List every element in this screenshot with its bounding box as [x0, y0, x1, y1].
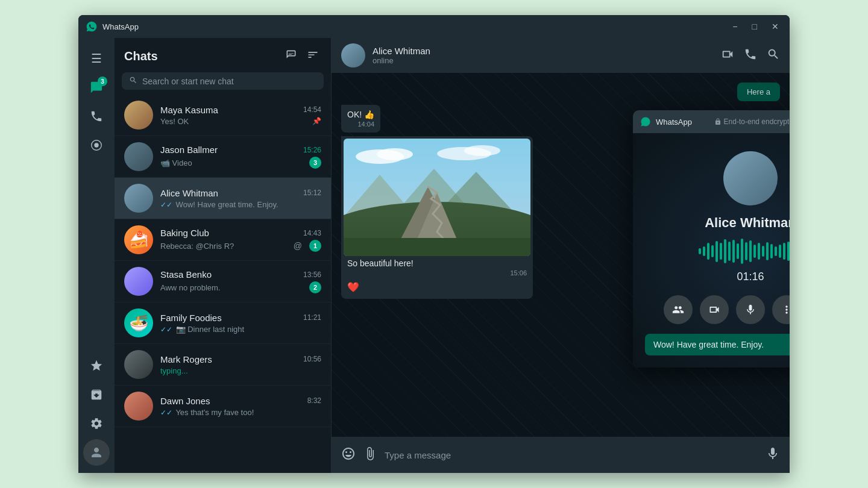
chat-header: Alice Whitman online — [332, 38, 790, 73]
chat-info-alice: Alice Whitman 15:12 ✓✓ Wow! Have great t… — [160, 188, 321, 209]
lock-icon — [714, 118, 722, 125]
avatar-family: 🍜 — [124, 308, 153, 337]
chat-name-stasa: Stasa Benko — [160, 269, 212, 280]
waveform — [699, 239, 790, 263]
maximize-button[interactable]: □ — [749, 20, 761, 33]
svg-point-4 — [377, 148, 413, 160]
chat-preview-dawn: ✓✓ Yes that's my fave too! — [160, 408, 321, 417]
call-mic-button[interactable] — [736, 295, 765, 324]
sidebar-title: Chats — [124, 49, 158, 63]
image-caption: So beautiful here! — [344, 256, 530, 269]
call-overlay-logo-icon — [640, 116, 651, 127]
avatar-jason — [124, 142, 153, 171]
call-sent-message-text: Wow! Have great time. Enjoy. — [653, 340, 764, 349]
nav-menu-icon[interactable]: ☰ — [83, 45, 110, 72]
chat-time-stasa: 13:56 — [303, 271, 321, 279]
emoji-icon[interactable] — [341, 446, 356, 464]
avatar-mark — [124, 350, 153, 379]
chat-input-bar — [332, 437, 790, 473]
nav-chats-icon[interactable]: 3 — [83, 74, 110, 101]
chat-item-dawn[interactable]: Dawn Jones 8:32 ✓✓ Yes that's my fave to… — [115, 386, 331, 427]
call-overlay-title-bar: WhatsApp End-to-end endcrypted − □ ✕ — [633, 110, 790, 133]
phone-call-icon[interactable] — [744, 48, 757, 64]
filter-button[interactable] — [304, 46, 321, 66]
chat-time-maya: 14:54 — [303, 105, 321, 114]
app-body: ☰ 3 — [78, 38, 790, 473]
chat-time-dawn: 8:32 — [307, 396, 321, 405]
new-chat-button[interactable] — [283, 46, 300, 66]
nav-starred-icon[interactable] — [83, 352, 110, 379]
chat-item-jason[interactable]: Jason Ballmer 15:26 📹 Video 3 — [115, 136, 331, 178]
avatar-alice — [124, 184, 153, 213]
call-overlay-app-name: WhatsApp — [656, 117, 692, 127]
call-participants-button[interactable] — [664, 295, 693, 324]
chat-name-maya: Maya Kasuma — [160, 105, 218, 115]
search-icon — [129, 76, 137, 86]
chat-item-mark[interactable]: Mark Rogers 10:56 typing... — [115, 344, 331, 386]
chat-name-mark: Mark Rogers — [160, 354, 212, 364]
nav-settings-icon[interactable] — [83, 410, 110, 437]
nav-calls-icon[interactable] — [83, 103, 110, 130]
chat-header-info: Alice Whitman online — [373, 46, 714, 65]
chat-info-baking: Baking Club 14:43 Rebecca: @Chris R? @ 1 — [160, 228, 321, 252]
close-button[interactable]: ✕ — [768, 20, 782, 33]
chat-info-mark: Mark Rogers 10:56 typing... — [160, 354, 321, 375]
image-time: 15:06 — [344, 269, 530, 279]
chat-name-family: Family Foodies — [160, 313, 222, 323]
here-a-banner: Here a — [737, 83, 780, 101]
chat-time-family: 11:21 — [303, 313, 321, 322]
nav-status-icon[interactable] — [83, 132, 110, 158]
chat-header-avatar[interactable] — [341, 43, 365, 67]
mountain-image — [344, 139, 530, 256]
message-input[interactable] — [385, 450, 758, 460]
search-input[interactable] — [142, 77, 316, 86]
chat-badge-stasa: 2 — [309, 281, 321, 293]
call-contact-name: Alice Whitman — [705, 215, 790, 231]
chat-badge-jason: 3 — [309, 157, 321, 169]
chat-info-jason: Jason Ballmer 15:26 📹 Video 3 — [160, 145, 321, 169]
chat-badge-baking: 1 — [309, 240, 321, 252]
nav-profile-avatar[interactable] — [83, 439, 110, 466]
chat-badge: 3 — [98, 77, 107, 86]
minimize-button[interactable]: − — [729, 20, 741, 33]
video-call-icon[interactable] — [721, 48, 734, 64]
chat-time-jason: 15:26 — [303, 146, 321, 154]
message-ok: OK! 👍 14:04 — [341, 105, 380, 133]
call-more-button[interactable] — [772, 295, 790, 324]
title-bar: WhatsApp − □ ✕ — [78, 15, 790, 38]
chat-item-baking[interactable]: 🍰 Baking Club 14:43 Rebecca: @Chris R? @… — [115, 219, 331, 261]
call-body: Alice Whitman 01:16 — [633, 133, 790, 368]
chat-preview-baking: Rebecca: @Chris R? — [160, 242, 294, 251]
chat-info-stasa: Stasa Benko 13:56 Aww no problem. 2 — [160, 269, 321, 293]
sidebar-header-icons — [283, 46, 321, 66]
encrypted-badge: End-to-end endcrypted — [714, 117, 790, 126]
call-sent-message: Wow! Have great time. Enjoy. 15:12 ✓✓ — [645, 334, 790, 355]
call-controls — [664, 295, 790, 324]
nav-archived-icon[interactable] — [83, 381, 110, 408]
attachment-icon[interactable] — [363, 446, 377, 464]
message-image: So beautiful here! 15:06 ❤️ — [341, 136, 533, 299]
chat-item-family[interactable]: 🍜 Family Foodies 11:21 ✓✓ 📷 Dinner last … — [115, 302, 331, 344]
chat-item-alice[interactable]: Alice Whitman 15:12 ✓✓ Wow! Have great t… — [115, 178, 331, 219]
chat-time-baking: 14:43 — [303, 229, 321, 237]
svg-rect-13 — [344, 238, 530, 256]
title-bar-app-name: WhatsApp — [102, 22, 139, 31]
call-avatar — [723, 151, 778, 205]
mic-icon[interactable] — [766, 446, 780, 464]
svg-point-0 — [94, 143, 98, 147]
search-message-icon[interactable] — [767, 48, 780, 64]
pin-icon-maya: 📌 — [312, 117, 321, 125]
chat-preview-family: ✓✓ 📷 Dinner last night — [160, 325, 321, 334]
encrypted-text: End-to-end endcrypted — [724, 117, 790, 126]
chat-preview-mark: typing... — [160, 366, 321, 375]
left-nav: ☰ 3 — [78, 38, 115, 473]
chat-item-maya[interactable]: Maya Kasuma 14:54 Yes! OK 📌 — [115, 95, 331, 136]
sidebar: Chats — [115, 38, 332, 473]
sidebar-header: Chats — [115, 38, 331, 72]
chat-info-dawn: Dawn Jones 8:32 ✓✓ Yes that's my fave to… — [160, 396, 321, 417]
chat-item-stasa[interactable]: Stasa Benko 13:56 Aww no problem. 2 — [115, 261, 331, 302]
chat-info-maya: Maya Kasuma 14:54 Yes! OK 📌 — [160, 105, 321, 126]
call-video-button[interactable] — [700, 295, 729, 324]
chat-header-name: Alice Whitman — [373, 46, 714, 56]
avatar-stasa — [124, 267, 153, 296]
